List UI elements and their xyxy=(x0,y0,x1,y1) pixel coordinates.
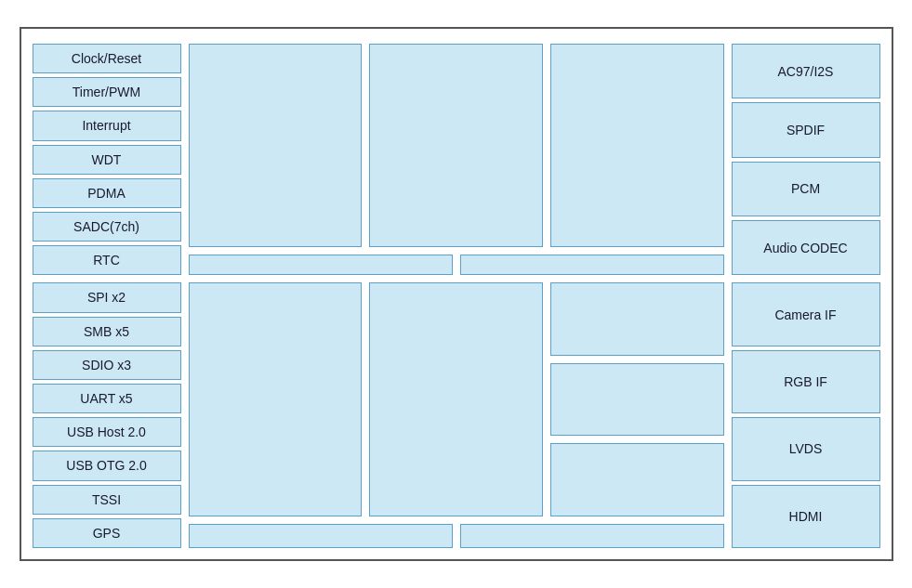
memory-row xyxy=(189,524,724,548)
left-bottom-item-6: TSSI xyxy=(33,485,181,515)
nand-cell xyxy=(189,524,453,548)
right-bottom-column: Camera IFRGB IFLVDSHDMI xyxy=(732,282,880,548)
left-top-item-2: Interrupt xyxy=(33,111,181,140)
right-top-item-3: Audio CODEC xyxy=(732,220,880,275)
codec-row xyxy=(189,282,724,516)
crypt-cell xyxy=(550,363,724,437)
cpu1-cell xyxy=(189,44,363,247)
right-top-item-0: AC97/I2S xyxy=(732,44,880,98)
left-bottom-item-3: UART x5 xyxy=(33,384,181,413)
right-top-column: AC97/I2SSPDIFPCMAudio CODEC xyxy=(732,44,880,275)
l2-cache2-cell xyxy=(460,255,724,275)
left-top-item-4: PDMA xyxy=(33,178,181,208)
right-bottom-item-0: Camera IF xyxy=(732,282,880,346)
left-top-item-3: WDT xyxy=(33,145,181,175)
left-bottom-item-1: SMB x5 xyxy=(33,317,181,346)
left-bottom-item-7: GPS xyxy=(33,518,181,548)
right-bottom-item-3: HDMI xyxy=(732,485,880,548)
cpu2-cell xyxy=(369,44,543,247)
graphics-2d-cell xyxy=(550,282,724,356)
right-bottom-item-2: LVDS xyxy=(732,417,880,480)
multi-display-cell xyxy=(550,443,724,516)
left-bottom-item-4: USB Host 2.0 xyxy=(33,417,181,447)
left-top-item-1: Timer/PWM xyxy=(33,77,181,107)
left-top-item-5: SADC(7ch) xyxy=(33,212,181,242)
gpu-cell xyxy=(550,44,724,247)
middle-top-section xyxy=(189,44,724,275)
cache-row xyxy=(189,255,724,275)
left-bottom-item-5: USB OTG 2.0 xyxy=(33,451,181,480)
left-top-item-0: Clock/Reset xyxy=(33,44,181,73)
left-top-column: Clock/ResetTimer/PWMInterruptWDTPDMASADC… xyxy=(33,44,181,275)
right-top-item-1: SPDIF xyxy=(732,102,880,157)
left-bottom-column: SPI x2SMB x5SDIO x3UART x5USB Host 2.0US… xyxy=(33,282,181,548)
left-top-item-6: RTC xyxy=(33,245,181,275)
hd-video-cell xyxy=(189,282,363,516)
ddr-cell xyxy=(460,524,724,548)
jpeg-cell xyxy=(369,282,543,516)
right-bottom-item-1: RGB IF xyxy=(732,350,880,413)
cpu-gpu-row xyxy=(189,44,724,247)
middle-bottom-section xyxy=(189,282,724,548)
right-top-item-2: PCM xyxy=(732,162,880,216)
chip-diagram: Clock/ResetTimer/PWMInterruptWDTPDMASADC… xyxy=(20,27,893,561)
left-bottom-item-0: SPI x2 xyxy=(33,282,181,312)
left-bottom-item-2: SDIO x3 xyxy=(33,350,181,380)
right-sub-col xyxy=(550,282,724,516)
l2-cache1-cell xyxy=(189,255,453,275)
